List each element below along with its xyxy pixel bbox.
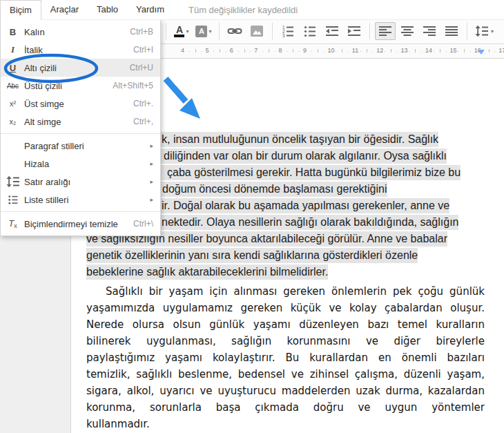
ruler-dot <box>421 51 422 52</box>
ruler-dot <box>299 51 300 52</box>
text-line: Sağlıklı bir yaşam için alınması gereken… <box>86 283 485 300</box>
menu-item-label: Biçimlendirmeyi temizle <box>21 219 133 229</box>
ruler-number: 8 <box>279 47 282 54</box>
paragraph-2[interactable]: Sağlıklı bir yaşam için alınması gereken… <box>86 283 485 432</box>
toolbar-separator <box>467 23 467 39</box>
menu-item-list-styles[interactable]: Liste stilleri▸ <box>1 191 160 209</box>
menu-item-bold[interactable]: BKalınCtrl+B <box>1 23 160 41</box>
numbered-list-button[interactable]: 123 <box>278 22 298 40</box>
save-status: Tüm değişiklikler kaydedildi <box>188 5 298 15</box>
annotation-arrow-icon <box>161 74 205 126</box>
text-line: paylaştığımız yaşamı kolaylaştırır. Bu k… <box>86 349 485 366</box>
right-indent-marker[interactable] <box>478 50 485 55</box>
menu-shortcut: Ctrl+B <box>130 27 160 37</box>
menubar-item-tablo[interactable]: Tablo <box>88 0 127 19</box>
increase-indent-button[interactable] <box>344 22 365 40</box>
menu-item-line-spacing[interactable]: Satır aralığı▸ <box>1 173 160 191</box>
submenu-arrow-icon: ▸ <box>150 178 160 185</box>
ruler-number: 11 <box>352 47 358 54</box>
align-center-button[interactable] <box>397 22 418 40</box>
decrease-indent-button[interactable] <box>322 22 342 40</box>
ruler-dot <box>226 51 226 52</box>
highlight-color-button[interactable]: A▾ <box>193 22 214 40</box>
ruler-dot <box>458 51 458 52</box>
menu-shortcut: Ctrl+I <box>133 45 160 55</box>
ruler-dot <box>385 51 385 52</box>
menu-shortcut: Ctrl+U <box>130 63 160 73</box>
ruler-tick <box>489 49 490 52</box>
text-color-button[interactable]: A▾ <box>171 22 192 40</box>
svg-text:3: 3 <box>282 33 285 38</box>
selected-text: bebeklerine sağlık aktarabileceklerini b… <box>86 264 328 280</box>
align-left-button[interactable] <box>375 22 396 40</box>
justify-button[interactable] <box>441 22 462 40</box>
ruler-number: 10 <box>327 47 334 54</box>
ruler-number: 7 <box>254 47 258 54</box>
toolbar-separator <box>369 23 370 39</box>
ruler-number: 14 <box>425 47 432 54</box>
ruler-dot <box>446 51 447 52</box>
clear-formatting-icon: Tx <box>1 218 21 229</box>
menu-item-superscript[interactable]: x²Üst simgeCtrl+. <box>1 95 160 113</box>
justify-icon <box>445 24 458 38</box>
menu-item-label: Satır aralığı <box>21 177 150 187</box>
selected-text: doğum öncesi dönemde başlaması gerektiği… <box>162 182 387 197</box>
menu-item-paragraph-styles[interactable]: Paragraf stilleri▸ <box>1 137 160 155</box>
text-line: bilinerek uygulanması, sağlığın korunmas… <box>86 333 485 349</box>
chevron-down-icon: ▾ <box>209 28 211 35</box>
selected-text: nektedir. Olaya nesillerin sağlığı olara… <box>162 215 458 230</box>
selected-text: genetik özelliklerinin yanı sıra kendi s… <box>86 248 418 263</box>
text-line: yaşamımızda uygulamamız gereken küçük ve… <box>86 300 485 316</box>
ruler-tick <box>415 49 416 52</box>
bulleted-list-icon <box>303 24 317 38</box>
ruler-dot <box>262 51 263 52</box>
ruler-number: 15 <box>449 47 456 54</box>
google-docs-app: BiçimAraçlarTabloYardım Tüm değişiklikle… <box>0 0 504 433</box>
chevron-down-icon: ▾ <box>491 28 494 35</box>
menu-item-label: Paragraf stilleri <box>21 141 150 151</box>
menubar-item-yardım[interactable]: Yardım <box>127 0 173 19</box>
insert-link-button[interactable] <box>224 22 245 40</box>
line-spacing-button[interactable]: ▾ <box>472 22 496 40</box>
numbered-list-icon: 123 <box>281 24 295 38</box>
ruler-tick <box>220 49 220 52</box>
menu-item-clear-formatting[interactable]: TxBiçimlendirmeyi temizleCtrl+\ <box>1 215 160 233</box>
chevron-down-icon: ▾ <box>186 28 188 35</box>
text-line: Nerede olursa olsun günlük yaşamı düzenl… <box>86 316 485 333</box>
ruler-dot <box>409 51 409 52</box>
menu-item-subscript[interactable]: x₂Alt simgeCtrl+, <box>1 113 160 131</box>
menu-shortcut: Ctrl+. <box>133 99 160 108</box>
link-icon <box>227 24 242 38</box>
ruler-dot <box>324 51 324 52</box>
menu-shortcut: Ctrl+, <box>133 117 160 126</box>
menu-item-align[interactable]: Hizala▸ <box>1 155 160 173</box>
ruler-tick <box>391 49 391 52</box>
ruler-dot <box>348 51 349 52</box>
menubar-item-biçim[interactable]: Biçim <box>0 0 41 20</box>
bulleted-list-button[interactable] <box>300 22 320 40</box>
ruler-dot <box>189 51 190 52</box>
toolbar-separator <box>219 23 220 39</box>
insert-image-button[interactable] <box>246 22 267 40</box>
ruler-number: 5 <box>205 47 209 54</box>
ruler-dot <box>336 51 336 52</box>
text-line: genetik özelliklerinin yanı sıra kendi s… <box>86 248 461 264</box>
ruler-number: 9 <box>303 47 307 54</box>
submenu-arrow-icon: ▸ <box>150 142 160 149</box>
toolbar-separator <box>272 23 273 39</box>
ruler-dot <box>397 51 398 52</box>
menu-item-label: Liste stilleri <box>21 195 150 205</box>
menu-item-label: Üst simge <box>21 99 133 109</box>
text-line: bebeklerine sağlık aktarabileceklerini b… <box>86 264 461 281</box>
ruler-tick <box>195 49 196 52</box>
align-right-button[interactable] <box>419 22 440 40</box>
ruler-tick <box>269 49 269 52</box>
ruler-dot <box>250 51 251 52</box>
menubar-item-araçlar[interactable]: Araçlar <box>41 0 88 19</box>
ruler-tick <box>318 49 318 52</box>
format-menu: BKalınCtrl+BIİtalikCtrl+IUAltı çiziliCtr… <box>0 19 161 236</box>
text-line: sigara, alkol, uyarıcı ve uyuşturucu mad… <box>86 383 485 399</box>
menu-shortcut: Ctrl+\ <box>133 219 160 229</box>
ruler-tick <box>244 49 245 52</box>
annotation-ellipse-icon <box>1 53 102 84</box>
